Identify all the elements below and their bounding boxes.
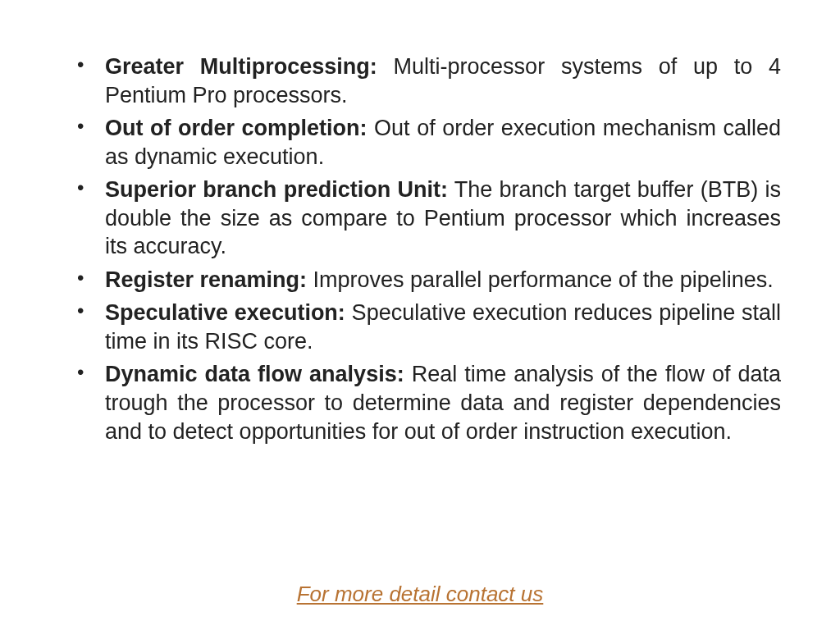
slide: Greater Multiprocessing: Multi-processor…	[0, 0, 840, 630]
bullet-heading: Register renaming:	[105, 267, 307, 292]
bullet-list: Greater Multiprocessing: Multi-processor…	[85, 52, 781, 445]
footer: For more detail contact us	[0, 582, 840, 607]
bullet-heading: Superior branch prediction Unit:	[105, 177, 448, 202]
list-item: Greater Multiprocessing: Multi-processor…	[85, 52, 781, 109]
list-item: Superior branch prediction Unit: The bra…	[85, 176, 781, 261]
bullet-heading: Greater Multiprocessing:	[105, 54, 377, 79]
bullet-heading: Dynamic data flow analysis:	[105, 362, 404, 386]
list-item: Register renaming: Improves parallel per…	[85, 266, 781, 294]
bullet-heading: Speculative execution:	[105, 300, 345, 325]
bullet-heading: Out of order completion:	[105, 116, 368, 140]
list-item: Out of order completion: Out of order ex…	[85, 114, 781, 171]
contact-link[interactable]: For more detail contact us	[297, 582, 544, 606]
bullet-body: Improves parallel performance of the pip…	[307, 267, 774, 292]
list-item: Dynamic data flow analysis: Real time an…	[85, 360, 781, 445]
list-item: Speculative execution: Speculative execu…	[85, 299, 781, 355]
